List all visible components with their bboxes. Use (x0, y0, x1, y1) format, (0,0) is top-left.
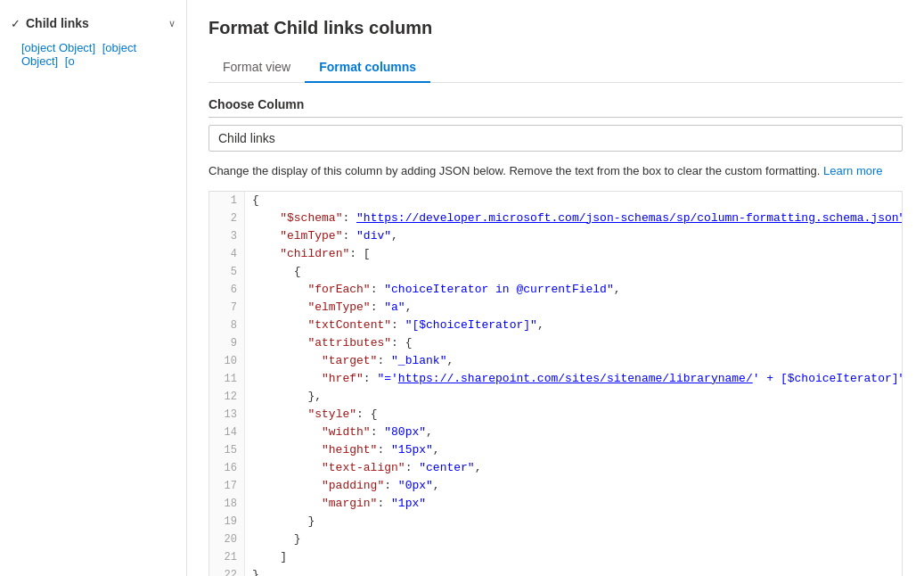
code-editor[interactable]: 1 { 2 "$schema": "https://developer.micr… (209, 191, 903, 577)
line-num-9: 9 (209, 334, 245, 352)
line-content-11: "href": "='https://.sharepoint.com/sites… (245, 370, 903, 388)
line-num-13: 13 (209, 406, 245, 424)
code-line-2: 2 "$schema": "https://developer.microsof… (209, 210, 902, 227)
line-content-18: "margin": "1px" (245, 495, 902, 513)
line-content-15: "height": "15px", (245, 441, 902, 459)
sidebar-item-label: Child links (26, 16, 165, 30)
sidebar-link-3[interactable]: [o (65, 54, 75, 68)
panel-body: Choose Column Change the display of this… (187, 97, 924, 576)
line-content-9: "attributes": { (245, 334, 902, 352)
line-content-10: "target": "_blank", (245, 352, 902, 370)
code-line-8: 8 "txtContent": "[$choiceIterator]", (209, 317, 902, 334)
line-content-19: } (245, 513, 902, 531)
sidebar-object-links: [object Object] [object Object] [o (0, 37, 186, 75)
line-content-8: "txtContent": "[$choiceIterator]", (245, 317, 902, 334)
column-selector-input[interactable] (209, 125, 903, 152)
code-line-17: 17 "padding": "0px", (209, 477, 902, 495)
line-content-5: { (245, 263, 902, 281)
line-content-3: "elmType": "div", (245, 227, 902, 245)
line-num-1: 1 (209, 192, 245, 210)
line-content-14: "width": "80px", (245, 424, 902, 441)
line-num-20: 20 (209, 531, 245, 548)
checkmark-icon: ✓ (11, 17, 20, 30)
tabs-container: Format view Format columns (209, 53, 903, 83)
learn-more-link[interactable]: Learn more (823, 164, 882, 177)
line-content-16: "text-align": "center", (245, 459, 902, 477)
code-line-12: 12 }, (209, 388, 902, 406)
code-line-14: 14 "width": "80px", (209, 424, 902, 441)
divider (209, 117, 903, 118)
code-line-20: 20 } (209, 531, 902, 548)
tab-format-columns[interactable]: Format columns (305, 53, 430, 83)
line-content-4: "children": [ (245, 245, 902, 263)
code-line-11: 11 "href": "='https://.sharepoint.com/si… (209, 370, 902, 388)
code-line-4: 4 "children": [ (209, 245, 902, 263)
line-num-6: 6 (209, 281, 245, 299)
sidebar-link-1[interactable]: [object Object] (21, 41, 95, 54)
line-num-10: 10 (209, 352, 245, 370)
code-line-22: 22 } (209, 566, 902, 577)
line-num-19: 19 (209, 513, 245, 531)
code-line-13: 13 "style": { (209, 406, 902, 424)
line-num-22: 22 (209, 566, 245, 577)
code-line-7: 7 "elmType": "a", (209, 299, 902, 317)
line-num-11: 11 (209, 370, 245, 388)
sidebar-item-child-links[interactable]: ✓ Child links ∨ (0, 9, 186, 37)
line-num-2: 2 (209, 210, 245, 227)
main-panel: Format Child links column Format view Fo… (187, 0, 924, 576)
code-line-3: 3 "elmType": "div", (209, 227, 902, 245)
line-content-21: ] (245, 548, 902, 566)
line-content-2: "$schema": "https://developer.microsoft.… (245, 210, 903, 227)
line-num-7: 7 (209, 299, 245, 317)
line-num-15: 15 (209, 441, 245, 459)
line-num-8: 8 (209, 317, 245, 334)
line-num-14: 14 (209, 424, 245, 441)
line-num-12: 12 (209, 388, 245, 406)
line-num-21: 21 (209, 548, 245, 566)
description-text: Change the display of this column by add… (209, 162, 903, 180)
line-content-22: } (245, 566, 902, 577)
line-num-4: 4 (209, 245, 245, 263)
code-line-9: 9 "attributes": { (209, 334, 902, 352)
line-content-17: "padding": "0px", (245, 477, 902, 495)
code-line-16: 16 "text-align": "center", (209, 459, 902, 477)
code-line-6: 6 "forEach": "choiceIterator in @current… (209, 281, 902, 299)
line-content-12: }, (245, 388, 902, 406)
line-num-5: 5 (209, 263, 245, 281)
line-content-7: "elmType": "a", (245, 299, 902, 317)
sidebar: ✓ Child links ∨ [object Object] [object … (0, 0, 187, 576)
tab-format-view[interactable]: Format view (209, 53, 305, 83)
code-line-5: 5 { (209, 263, 902, 281)
line-num-17: 17 (209, 477, 245, 495)
line-content-6: "forEach": "choiceIterator in @currentFi… (245, 281, 902, 299)
code-line-10: 10 "target": "_blank", (209, 352, 902, 370)
code-line-21: 21 ] (209, 548, 902, 566)
code-line-15: 15 "height": "15px", (209, 441, 902, 459)
line-num-18: 18 (209, 495, 245, 513)
code-line-19: 19 } (209, 513, 902, 531)
panel-header: Format Child links column Format view Fo… (187, 0, 924, 97)
line-content-1: { (245, 192, 902, 210)
line-content-13: "style": { (245, 406, 902, 424)
chevron-down-icon: ∨ (168, 18, 176, 29)
code-line-1: 1 { (209, 192, 902, 210)
choose-column-label: Choose Column (209, 97, 903, 111)
line-num-3: 3 (209, 227, 245, 245)
line-content-20: } (245, 531, 902, 548)
code-line-18: 18 "margin": "1px" (209, 495, 902, 513)
line-num-16: 16 (209, 459, 245, 477)
panel-title: Format Child links column (209, 18, 903, 38)
